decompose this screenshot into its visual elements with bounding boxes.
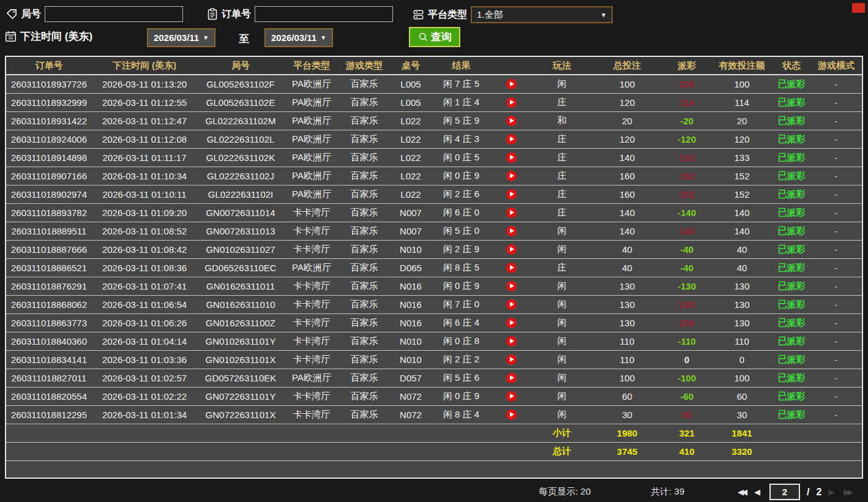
cell-video — [490, 75, 532, 93]
cell-bet: 闲 — [532, 75, 592, 93]
cell-video — [490, 351, 532, 369]
cell-payout: -40 — [662, 259, 711, 277]
date-to-select[interactable]: 2026/03/11 ▼ — [264, 28, 333, 47]
cell-table: N010 — [389, 351, 432, 369]
clipboard-icon — [207, 8, 218, 20]
play-icon[interactable] — [506, 79, 517, 89]
play-icon[interactable] — [506, 226, 517, 236]
cell-result: 闲 2 庄 6 — [432, 185, 490, 203]
cell-platform: 卡卡湾厅 — [284, 222, 339, 240]
play-icon[interactable] — [506, 373, 517, 383]
cell-game: 百家乐 — [339, 130, 389, 148]
cell-payout: -120 — [662, 130, 711, 148]
subtotal-row: 小计19803211841 — [6, 424, 862, 443]
table-filler-row — [6, 461, 862, 476]
cell-empty — [810, 443, 862, 460]
cell-game: 百家乐 — [339, 167, 389, 185]
cell-order: 260311018893782 — [6, 204, 92, 222]
first-page-button[interactable]: ◀◀ — [738, 487, 747, 496]
cell-order: 260311018937726 — [6, 75, 92, 93]
cell-table: L022 — [389, 167, 432, 185]
date-from-value: 2026/03/11 — [154, 32, 199, 43]
cell-round: GN01026311027 — [197, 241, 284, 258]
cell-empty — [197, 424, 284, 442]
date-from-select[interactable]: 2026/03/11 ▼ — [147, 28, 215, 47]
play-icon[interactable] — [506, 171, 517, 181]
cell-total: 160 — [592, 167, 662, 185]
play-icon[interactable] — [506, 189, 517, 200]
column-header: 局号 — [197, 57, 284, 74]
play-icon[interactable] — [506, 281, 517, 291]
play-icon[interactable] — [506, 208, 517, 218]
platform-select[interactable]: 1.全部 ▼ — [471, 6, 613, 23]
order-input[interactable] — [255, 6, 393, 22]
search-button[interactable]: 查询 — [409, 27, 460, 47]
cell-total: 40 — [592, 259, 662, 277]
cell-time: 2026-03-11 01:07:41 — [92, 277, 197, 295]
cell-valid: 110 — [711, 332, 773, 350]
play-icon[interactable] — [506, 354, 517, 365]
cell-result: 闲 2 庄 2 — [432, 351, 490, 369]
page-number-input[interactable] — [769, 484, 800, 500]
cell-bet: 庄 — [532, 130, 592, 148]
table-row: 2603110188895112026-03-11 01:08:52GN0072… — [6, 222, 862, 241]
cell-order: 260311018834141 — [6, 351, 92, 369]
cell-video — [490, 332, 532, 350]
cell-platform: PA欧洲厅 — [284, 185, 339, 203]
cell-platform: 卡卡湾厅 — [284, 406, 339, 424]
cell-valid: 40 — [711, 259, 773, 277]
cell-platform: PA欧洲厅 — [284, 167, 339, 185]
cell-status: 已派彩 — [773, 149, 810, 167]
platform-select-value: 1.全部 — [477, 9, 503, 21]
cell-platform: 卡卡湾厅 — [284, 314, 339, 332]
play-icon[interactable] — [506, 318, 517, 328]
chevron-down-icon: ▼ — [203, 34, 209, 41]
play-icon[interactable] — [506, 134, 517, 144]
cell-bet: 闲 — [532, 296, 592, 313]
cell-payout: -100 — [662, 369, 711, 387]
cell-table: N072 — [389, 388, 432, 405]
subtotal-row-payout: 321 — [662, 424, 711, 442]
cell-round: GN00726311014 — [197, 204, 284, 222]
play-icon[interactable] — [506, 336, 517, 347]
cell-game: 百家乐 — [339, 149, 389, 167]
cell-result: 闲 6 庄 4 — [432, 314, 490, 332]
per-page-label: 每页显示: 20 — [539, 486, 591, 498]
play-icon[interactable] — [506, 299, 517, 310]
cell-empty — [284, 424, 339, 442]
cell-mode: - — [810, 406, 862, 424]
cell-bet: 闲 — [532, 388, 592, 405]
cell-bet: 闲 — [532, 332, 592, 350]
cell-payout: 100 — [662, 75, 711, 93]
subtotal-row-total: 1980 — [592, 424, 662, 442]
cell-mode: - — [810, 259, 862, 277]
last-page-button[interactable]: ▶▶ — [844, 487, 853, 496]
cell-game: 百家乐 — [339, 222, 389, 240]
play-icon[interactable] — [506, 116, 517, 126]
cell-table: N010 — [389, 241, 432, 258]
column-header — [490, 57, 532, 74]
play-icon[interactable] — [506, 244, 517, 255]
next-page-button[interactable]: ▶ — [828, 487, 837, 496]
prev-page-button[interactable]: ◀ — [754, 487, 763, 496]
cell-bet: 庄 — [532, 204, 592, 222]
play-icon[interactable] — [506, 391, 517, 402]
cell-empty — [389, 443, 432, 460]
cell-time: 2026-03-11 01:12:08 — [92, 130, 197, 148]
cell-payout: -110 — [662, 332, 711, 350]
play-icon[interactable] — [506, 263, 517, 273]
cell-order: 260311018914898 — [6, 149, 92, 167]
play-icon[interactable] — [506, 410, 517, 420]
cell-total: 110 — [592, 351, 662, 369]
cell-order: 260311018886521 — [6, 259, 92, 277]
cell-mode: - — [810, 241, 862, 258]
cell-video — [490, 277, 532, 295]
cell-bet: 庄 — [532, 94, 592, 111]
play-icon[interactable] — [506, 152, 517, 163]
cell-result: 闲 4 庄 3 — [432, 130, 490, 148]
play-icon[interactable] — [506, 97, 517, 108]
column-header: 玩法 — [532, 57, 592, 74]
cell-bet: 闲 — [532, 369, 592, 387]
round-input[interactable] — [45, 6, 183, 22]
cell-status: 已派彩 — [773, 406, 810, 424]
